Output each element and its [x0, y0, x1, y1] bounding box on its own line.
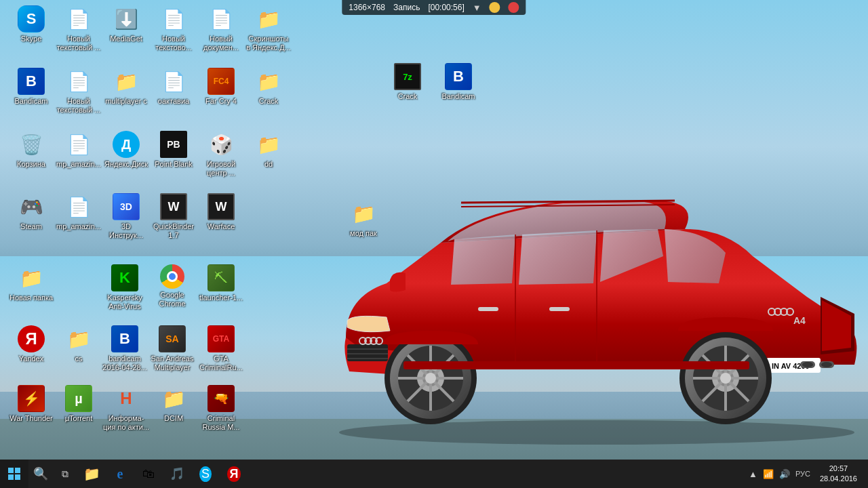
svg-point-50: [821, 362, 832, 367]
system-tray: ▲ 📶 🔊 РУС 20:57 28.04.2016: [747, 460, 868, 488]
desktop-icon-bandicam-app[interactable]: BBandicam: [434, 63, 483, 101]
icon-label-dcim: DCIM: [164, 414, 183, 423]
taskbar-explorer[interactable]: 📁: [77, 460, 106, 488]
desktop-icon-cs-folder[interactable]: 📁сs: [54, 325, 103, 363]
icon-label-new-text-2: Новыйтекстово...: [155, 35, 192, 52]
recording-close-btn[interactable]: [509, 2, 519, 13]
svg-point-46: [720, 373, 731, 384]
explorer-icon: 📁: [83, 466, 100, 482]
desktop-icon-3d-instruk[interactable]: 3D3DИнструк...: [102, 193, 151, 240]
icon-image-dd-folder: 📁: [255, 131, 282, 158]
recording-minimize-btn[interactable]: [490, 2, 500, 13]
desktop-icon-utorrent[interactable]: µµTorrent: [54, 385, 103, 423]
icon-image-tlauncher: ⛏: [208, 264, 235, 291]
recording-label: Запись: [393, 3, 420, 12]
desktop-icon-warface[interactable]: WWarface: [197, 193, 245, 231]
svg-point-49: [802, 362, 813, 367]
desktop-icon-yandex-screenshot[interactable]: 📁Скриншотыв Яндекс.Д...: [244, 5, 293, 52]
desktop-icon-gta-criminal[interactable]: GTAGTACriminalRu...: [197, 325, 245, 372]
desktop-icon-mp-amazing[interactable]: 📄mp_amazin...: [54, 131, 103, 169]
icon-image-dcim: 📁: [160, 385, 187, 412]
taskbar-yandex[interactable]: Я: [220, 460, 248, 488]
icon-label-gta-criminal: GTACriminalRu...: [199, 354, 243, 372]
icon-image-gta-criminal: GTA: [208, 325, 235, 352]
media-player-icon: 🎵: [170, 466, 184, 481]
desktop-icon-tlauncher[interactable]: ⛏tlauncher-1...: [197, 264, 245, 302]
desktop-icon-quickbinder[interactable]: WQuickBinder1.7: [149, 193, 198, 240]
desktop-icon-farcry4[interactable]: FC4Far Cry 4: [197, 68, 245, 106]
desktop-icon-multiplayer[interactable]: 📁multiplayer с: [102, 68, 151, 106]
svg-point-36: [425, 373, 436, 384]
icon-image-farcry4: FC4: [208, 68, 235, 95]
desktop-icon-new-text-3[interactable]: 📄Новыйтекстовый ...: [54, 68, 103, 115]
desktop-icon-novaya-papka[interactable]: 📁Новая папка: [7, 264, 56, 302]
desktop-icon-oaktavia[interactable]: 📄оактавиа: [149, 68, 198, 106]
tray-expand[interactable]: ▲: [747, 468, 759, 481]
desktop-icon-crack-folder[interactable]: 📁Crack: [244, 68, 293, 106]
svg-rect-8: [478, 307, 498, 311]
desktop-icon-korzina[interactable]: 🗑️Корзина: [7, 131, 56, 169]
tray-ime-icon[interactable]: РУС: [794, 468, 812, 479]
svg-text:A4: A4: [793, 315, 806, 326]
icon-label-war-thunder: War Thunder: [9, 414, 53, 423]
skype-taskbar-icon: S: [199, 466, 212, 482]
desktop-icon-dcim[interactable]: 📁DCIM: [149, 385, 198, 423]
task-view-button[interactable]: ⧉: [53, 460, 77, 488]
tray-icons-group: 📶 🔊 РУС: [759, 468, 814, 481]
icon-image-korzina: 🗑️: [18, 131, 45, 158]
icon-image-steam: 🎮: [18, 193, 45, 220]
icon-label-kaspersky: KasperskyAnti-Virus: [107, 293, 142, 311]
icon-label-yandex-browser: Yandex: [19, 354, 44, 363]
system-clock[interactable]: 20:57 28.04.2016: [814, 464, 863, 485]
desktop-icon-igrovoy[interactable]: 🎲Игровойцентр ...: [197, 131, 245, 178]
desktop-icon-san-andreas[interactable]: SASan AndreasMultiplayer: [148, 325, 197, 372]
icon-label-multiplayer: multiplayer с: [105, 97, 147, 106]
desktop-icon-7zip[interactable]: 7zCrack: [383, 63, 432, 101]
yandex-taskbar-icon: Я: [227, 466, 241, 482]
taskbar-ie[interactable]: e: [106, 460, 134, 488]
icon-label-criminal-russia: CriminalRussia M...: [202, 414, 239, 432]
icon-image-utorrent: µ: [65, 385, 92, 412]
desktop-icon-criminal-russia[interactable]: 🔫CriminalRussia M...: [197, 385, 245, 432]
icon-image-mp-amazing2: 📄: [65, 193, 92, 220]
desktop-icon-yandex-disk[interactable]: ДЯндекс.Диск: [102, 131, 151, 169]
desktop-icon-point-blank[interactable]: PBPoint Blank: [149, 131, 198, 169]
icon-label-bandicam-icon: Bandicam: [15, 97, 48, 106]
recording-icon: ▼: [473, 3, 481, 13]
desktop-icon-skype[interactable]: SSkype: [7, 5, 56, 43]
taskbar-search-button[interactable]: 🔍: [28, 460, 53, 488]
taskbar-skype[interactable]: S: [191, 460, 220, 488]
taskbar-store[interactable]: 🛍: [134, 460, 163, 488]
desktop-icon-new-doc[interactable]: 📄Новыйдокумен...: [197, 5, 245, 52]
tray-network-icon[interactable]: 📶: [762, 468, 775, 481]
desktop-icon-new-text-2[interactable]: 📄Новыйтекстово...: [149, 5, 198, 52]
desktop-icon-info-html[interactable]: HИнформа-ция по акти...: [102, 385, 151, 432]
icon-image-skype: S: [18, 5, 45, 33]
icon-image-igrovoy: 🎲: [208, 131, 235, 158]
icon-image-new-text-2: 📄: [160, 5, 187, 33]
desktop-icon-mediaget[interactable]: ⬇️MediaGet: [102, 5, 151, 43]
tray-volume-icon[interactable]: 🔊: [778, 468, 791, 481]
taskbar-media-player[interactable]: 🎵: [163, 460, 191, 488]
taskbar: 🔍 ⧉ 📁 e 🛍 🎵 S Я ▲ 📶 🔊 РУС: [0, 460, 868, 488]
icon-image-crack-folder: 📁: [255, 68, 282, 95]
icon-image-bandicam-icon: B: [18, 68, 45, 95]
desktop-icon-steam[interactable]: 🎮Steam: [7, 193, 56, 231]
desktop-icon-google-chrome[interactable]: GoogleChrome: [148, 264, 197, 308]
desktop-icon-war-thunder[interactable]: ⚡War Thunder: [7, 385, 56, 423]
svg-rect-51: [403, 361, 749, 369]
icon-label-korzina: Корзина: [17, 160, 45, 169]
icon-image-war-thunder: ⚡: [18, 385, 45, 412]
icon-label-7zip: Crack: [398, 92, 418, 101]
desktop-icon-mp-amazing2[interactable]: 📄mp_amazin...: [54, 193, 103, 231]
icon-image-new-doc: 📄: [208, 5, 235, 33]
desktop-icon-yandex-browser[interactable]: ЯYandex: [7, 325, 56, 363]
desktop-icon-new-text-1[interactable]: 📄Новыйтекстовый ...: [54, 5, 103, 52]
start-button[interactable]: [0, 460, 28, 488]
icon-label-bandicam-app: Bandicam: [442, 92, 475, 101]
desktop-icon-bandicam-icon[interactable]: BBandicam: [7, 68, 56, 106]
desktop-icon-dd-folder[interactable]: 📁dd: [244, 131, 293, 169]
search-icon: 🔍: [33, 466, 48, 481]
desktop-icon-kaspersky[interactable]: KKasperskyAnti-Virus: [100, 264, 149, 311]
desktop-icon-bandicam2[interactable]: Bbandicam2016-04-28...: [100, 325, 149, 372]
